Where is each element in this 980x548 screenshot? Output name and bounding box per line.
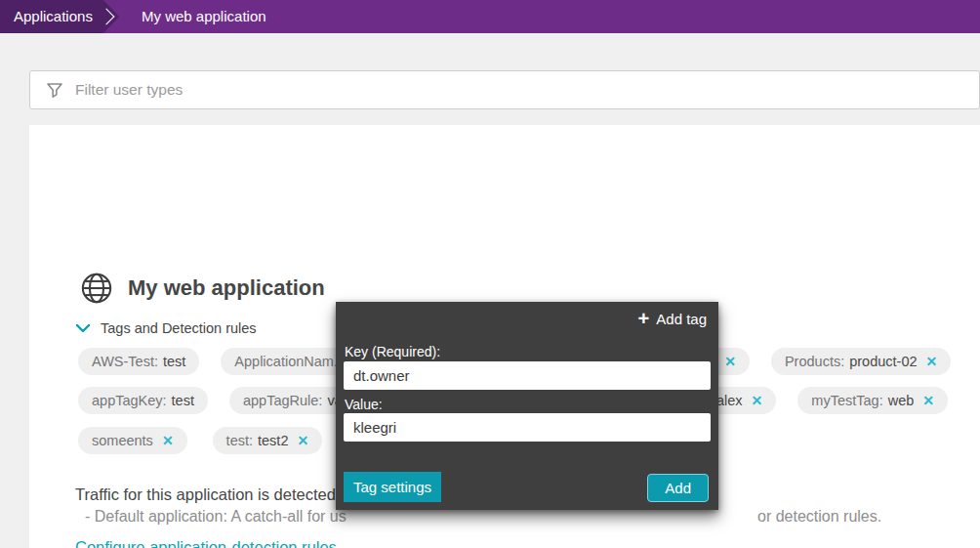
tag-chip: someents — [78, 427, 187, 454]
tag-chip: Products: product-02 — [771, 348, 951, 375]
chevron-down-icon — [76, 324, 90, 333]
tag-key: ApplicationNam... — [234, 354, 346, 369]
add-tag-popup: Add tag Key (Required): Value: Tag setti… — [336, 302, 718, 510]
application-title-row: My web application — [80, 272, 325, 305]
breadcrumb-item-current[interactable]: My web application — [142, 0, 266, 33]
tag-chip: appTagKey: test — [78, 387, 208, 414]
page: Applications My web application My web a… — [0, 0, 980, 548]
tag-settings-button[interactable]: Tag settings — [344, 472, 441, 502]
tag-value: alex — [716, 393, 743, 408]
tag-value: test2 — [258, 433, 288, 448]
add-tag-button-label: Add tag — [656, 311, 707, 327]
remove-tag-icon[interactable] — [922, 393, 934, 408]
breadcrumb: Applications My web application — [0, 0, 980, 33]
value-input[interactable] — [344, 413, 711, 442]
breadcrumb-item-applications-label[interactable]: Applications — [14, 0, 93, 33]
tag-chip: test: test2 — [213, 427, 323, 454]
tag-chip: myTestTag: web — [797, 387, 948, 414]
add-tag-button[interactable]: Add tag — [638, 310, 707, 328]
remove-tag-icon[interactable] — [724, 354, 736, 369]
tags-detection-toggle-label: Tags and Detection rules — [101, 320, 257, 336]
key-field-label: Key (Required): — [345, 344, 440, 359]
filter-input[interactable] — [73, 80, 979, 100]
add-button[interactable]: Add — [647, 474, 709, 502]
tag-value: test — [163, 354, 185, 369]
filter-funnel-icon — [46, 81, 63, 99]
tag-key: someents — [92, 433, 153, 448]
tag-chip: AWS-Test: test — [78, 348, 199, 375]
tag-key: appTagRule: — [243, 393, 322, 408]
tag-key: AWS-Test: — [92, 354, 158, 369]
remove-tag-icon[interactable] — [297, 433, 308, 448]
page-title: My web application — [128, 275, 325, 301]
tag-key: Products: — [785, 354, 844, 369]
tag-key: myTestTag: — [811, 393, 882, 408]
tags-detection-toggle[interactable]: Tags and Detection rules — [76, 320, 257, 336]
tag-value: web — [888, 393, 915, 408]
traffic-detection-text: Traffic for this application is detected — [75, 485, 336, 504]
value-field-label: Value: — [345, 397, 383, 412]
tag-key: appTagKey: — [92, 393, 167, 408]
globe-icon — [80, 272, 113, 305]
default-application-text: - Default application: A catch-all for u… — [85, 508, 347, 526]
filter-bar[interactable] — [29, 70, 980, 109]
plus-icon — [638, 310, 650, 328]
remove-tag-icon[interactable] — [926, 354, 938, 369]
tag-value: product-02 — [849, 354, 917, 369]
tag-value: test — [172, 393, 194, 408]
tag-key: test: — [226, 433, 253, 448]
default-application-text-continued: or detection rules. — [757, 508, 881, 526]
key-input[interactable] — [344, 361, 711, 390]
configure-detection-rules-link[interactable]: Configure application-detection rules — [75, 538, 337, 548]
remove-tag-icon[interactable] — [162, 433, 174, 448]
remove-tag-icon[interactable] — [752, 393, 763, 408]
